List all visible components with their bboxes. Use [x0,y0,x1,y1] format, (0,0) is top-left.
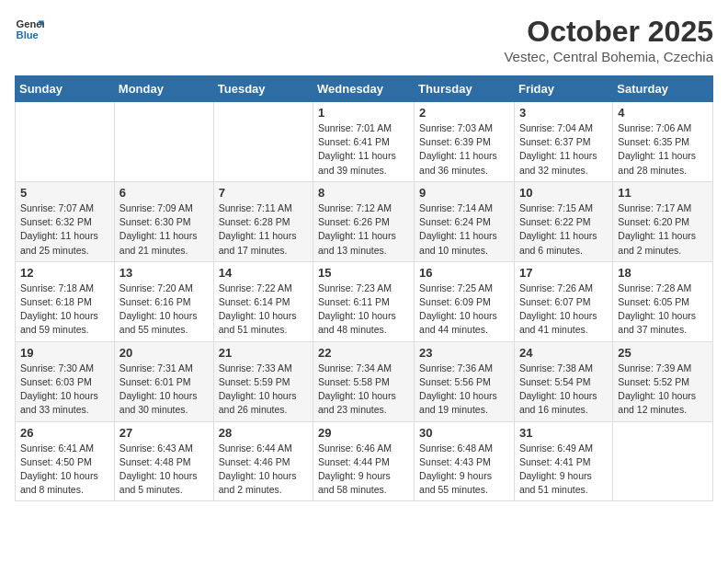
day-number: 1 [318,106,409,120]
weekday-header-tuesday: Tuesday [213,76,313,102]
calendar-cell: 5Sunrise: 7:07 AM Sunset: 6:32 PM Daylig… [16,181,115,261]
day-info: Sunrise: 7:22 AM Sunset: 6:14 PM Dayligh… [219,282,308,338]
day-info: Sunrise: 7:03 AM Sunset: 6:39 PM Dayligh… [419,121,509,178]
svg-text:General: General [17,18,44,29]
svg-text:Blue: Blue [17,29,39,40]
day-number: 28 [219,426,308,440]
day-number: 30 [419,426,509,440]
weekday-header-saturday: Saturday [613,76,713,102]
day-number: 19 [20,346,109,360]
day-info: Sunrise: 6:43 AM Sunset: 4:48 PM Dayligh… [119,442,209,498]
calendar-cell: 1Sunrise: 7:01 AM Sunset: 6:41 PM Daylig… [313,102,415,182]
calendar-cell: 17Sunrise: 7:26 AM Sunset: 6:07 PM Dayli… [514,261,612,341]
day-info: Sunrise: 7:20 AM Sunset: 6:16 PM Dayligh… [119,282,209,338]
calendar-cell [114,102,213,182]
location: Vestec, Central Bohemia, Czechia [504,49,713,64]
day-number: 22 [318,346,409,360]
day-number: 18 [618,266,708,280]
day-number: 24 [519,346,608,360]
day-info: Sunrise: 7:28 AM Sunset: 6:05 PM Dayligh… [618,282,708,338]
calendar-cell: 3Sunrise: 7:04 AM Sunset: 6:37 PM Daylig… [514,102,612,182]
day-number: 29 [318,426,409,440]
day-info: Sunrise: 7:25 AM Sunset: 6:09 PM Dayligh… [419,282,509,338]
calendar-cell: 23Sunrise: 7:36 AM Sunset: 5:56 PM Dayli… [415,341,515,421]
day-info: Sunrise: 7:12 AM Sunset: 6:26 PM Dayligh… [318,201,409,258]
week-row-5: 26Sunrise: 6:41 AM Sunset: 4:50 PM Dayli… [16,421,713,501]
week-row-4: 19Sunrise: 7:30 AM Sunset: 6:03 PM Dayli… [16,341,713,421]
day-info: Sunrise: 7:34 AM Sunset: 5:58 PM Dayligh… [318,362,409,418]
calendar-cell: 4Sunrise: 7:06 AM Sunset: 6:35 PM Daylig… [613,102,713,182]
week-row-1: 1Sunrise: 7:01 AM Sunset: 6:41 PM Daylig… [16,102,713,182]
day-info: Sunrise: 7:01 AM Sunset: 6:41 PM Dayligh… [318,121,409,178]
day-number: 3 [519,106,608,120]
day-info: Sunrise: 7:15 AM Sunset: 6:22 PM Dayligh… [519,201,608,258]
day-number: 11 [618,186,708,200]
calendar-cell: 19Sunrise: 7:30 AM Sunset: 6:03 PM Dayli… [16,341,115,421]
logo-icon: General Blue [15,15,44,44]
day-info: Sunrise: 7:06 AM Sunset: 6:35 PM Dayligh… [618,121,708,178]
day-number: 2 [419,106,509,120]
day-info: Sunrise: 7:09 AM Sunset: 6:30 PM Dayligh… [119,201,209,258]
calendar-cell: 27Sunrise: 6:43 AM Sunset: 4:48 PM Dayli… [114,421,213,501]
day-number: 4 [618,106,708,120]
calendar-cell: 12Sunrise: 7:18 AM Sunset: 6:18 PM Dayli… [16,261,115,341]
weekday-header-thursday: Thursday [415,76,515,102]
day-info: Sunrise: 6:49 AM Sunset: 4:41 PM Dayligh… [519,442,608,498]
calendar-cell: 7Sunrise: 7:11 AM Sunset: 6:28 PM Daylig… [213,181,313,261]
day-info: Sunrise: 7:11 AM Sunset: 6:28 PM Dayligh… [219,201,308,258]
day-info: Sunrise: 7:17 AM Sunset: 6:20 PM Dayligh… [618,201,708,258]
day-number: 21 [219,346,308,360]
day-info: Sunrise: 6:46 AM Sunset: 4:44 PM Dayligh… [318,442,409,498]
calendar-table: SundayMondayTuesdayWednesdayThursdayFrid… [15,75,713,501]
day-info: Sunrise: 6:44 AM Sunset: 4:46 PM Dayligh… [219,442,308,498]
day-info: Sunrise: 7:26 AM Sunset: 6:07 PM Dayligh… [519,282,608,338]
day-number: 27 [119,426,209,440]
weekday-header-friday: Friday [514,76,612,102]
day-number: 7 [219,186,308,200]
day-number: 16 [419,266,509,280]
calendar-cell: 10Sunrise: 7:15 AM Sunset: 6:22 PM Dayli… [514,181,612,261]
calendar-cell: 6Sunrise: 7:09 AM Sunset: 6:30 PM Daylig… [114,181,213,261]
calendar-cell: 18Sunrise: 7:28 AM Sunset: 6:05 PM Dayli… [613,261,713,341]
day-number: 31 [519,426,608,440]
logo: General Blue [15,15,44,44]
day-info: Sunrise: 7:07 AM Sunset: 6:32 PM Dayligh… [20,201,109,258]
calendar-cell: 28Sunrise: 6:44 AM Sunset: 4:46 PM Dayli… [213,421,313,501]
calendar-cell: 13Sunrise: 7:20 AM Sunset: 6:16 PM Dayli… [114,261,213,341]
day-number: 17 [519,266,608,280]
calendar-cell: 20Sunrise: 7:31 AM Sunset: 6:01 PM Dayli… [114,341,213,421]
calendar-cell: 25Sunrise: 7:39 AM Sunset: 5:52 PM Dayli… [613,341,713,421]
calendar-cell: 8Sunrise: 7:12 AM Sunset: 6:26 PM Daylig… [313,181,415,261]
day-number: 10 [519,186,608,200]
calendar-cell [213,102,313,182]
title-block: October 2025 Vestec, Central Bohemia, Cz… [504,15,713,64]
calendar-cell: 14Sunrise: 7:22 AM Sunset: 6:14 PM Dayli… [213,261,313,341]
calendar-cell: 21Sunrise: 7:33 AM Sunset: 5:59 PM Dayli… [213,341,313,421]
day-number: 20 [119,346,209,360]
calendar-cell: 9Sunrise: 7:14 AM Sunset: 6:24 PM Daylig… [415,181,515,261]
day-number: 8 [318,186,409,200]
calendar-cell: 30Sunrise: 6:48 AM Sunset: 4:43 PM Dayli… [415,421,515,501]
week-row-2: 5Sunrise: 7:07 AM Sunset: 6:32 PM Daylig… [16,181,713,261]
day-info: Sunrise: 6:41 AM Sunset: 4:50 PM Dayligh… [20,442,109,498]
weekday-header-sunday: Sunday [16,76,115,102]
month-title: October 2025 [504,15,713,49]
day-number: 9 [419,186,509,200]
day-number: 5 [20,186,109,200]
calendar-cell: 31Sunrise: 6:49 AM Sunset: 4:41 PM Dayli… [514,421,612,501]
day-info: Sunrise: 7:39 AM Sunset: 5:52 PM Dayligh… [618,362,708,418]
day-info: Sunrise: 7:31 AM Sunset: 6:01 PM Dayligh… [119,362,209,418]
day-info: Sunrise: 7:36 AM Sunset: 5:56 PM Dayligh… [419,362,509,418]
calendar-cell: 2Sunrise: 7:03 AM Sunset: 6:39 PM Daylig… [415,102,515,182]
calendar-cell: 11Sunrise: 7:17 AM Sunset: 6:20 PM Dayli… [613,181,713,261]
calendar-cell: 16Sunrise: 7:25 AM Sunset: 6:09 PM Dayli… [415,261,515,341]
day-number: 23 [419,346,509,360]
weekday-header-monday: Monday [114,76,213,102]
day-number: 13 [119,266,209,280]
weekday-header-row: SundayMondayTuesdayWednesdayThursdayFrid… [16,76,713,102]
day-number: 12 [20,266,109,280]
calendar-cell: 24Sunrise: 7:38 AM Sunset: 5:54 PM Dayli… [514,341,612,421]
day-info: Sunrise: 7:30 AM Sunset: 6:03 PM Dayligh… [20,362,109,418]
day-number: 6 [119,186,209,200]
day-info: Sunrise: 7:38 AM Sunset: 5:54 PM Dayligh… [519,362,608,418]
